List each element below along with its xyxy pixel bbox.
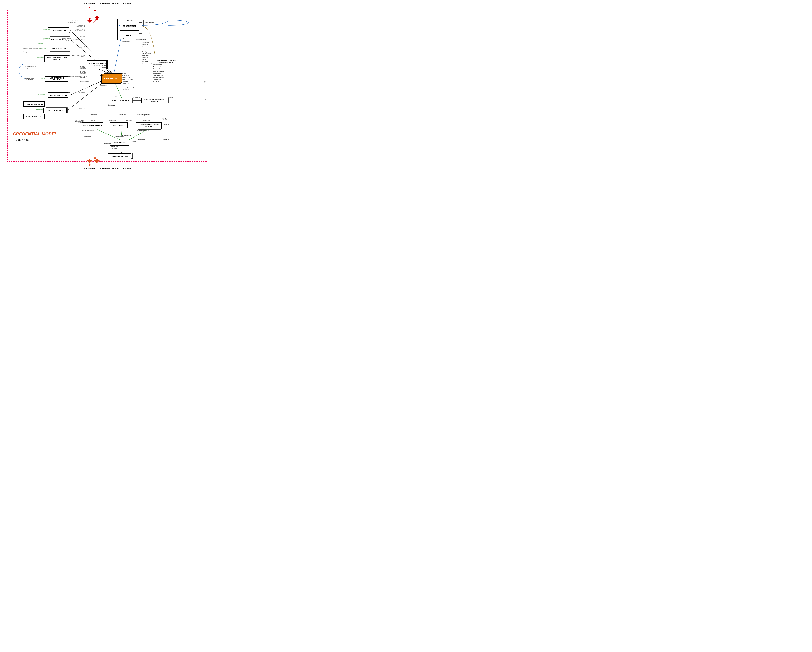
credential-right-labels: requiresrecommendsisRequiredForisRecomme…: [122, 73, 133, 80]
holder-label: << holderprofileOf >>credentialAwarded >…: [70, 36, 85, 40]
learning-opportunity-label: learningOpportunity: [137, 114, 150, 116]
target-credential-label: targetCredential >>: [69, 76, 80, 77]
svg-marker-5: [89, 164, 91, 166]
estimated-cost-label: estimatedCost: [115, 135, 124, 137]
jurisdiction-label-2: jurisdiction: [43, 38, 50, 40]
cost-profile-item-node: COST PROFILE ITEM: [108, 153, 131, 159]
assessment-label: assessment: [90, 114, 98, 116]
task-profile-node: TASK PROFILE: [110, 122, 128, 128]
main-diagram-box: AGENT ORGANIZATION PERSON PROCESS PROFIL…: [7, 10, 208, 162]
accredited-by-labels: accreditedByassessedByapprovedByconferre…: [142, 41, 152, 64]
target-credential-profile-label: targetCredentialprofileOf: [124, 87, 134, 90]
version-label: v. 2016-5-16: [15, 139, 29, 142]
revocation-profile-node: REVOCATION PROFILE: [48, 92, 68, 98]
credential-model-title: CREDENTIAL MODEL: [13, 131, 57, 136]
cost-label-1: cost: [99, 138, 101, 140]
learning-opportunity-profile-node: LEARNING OPPORTUNITY PROFILE: [136, 122, 162, 129]
employee-label: employee >><< worksFor: [122, 41, 130, 44]
employment-outcome-profile-node: EMPLOYMENT OUTCOME PROFILE: [44, 55, 69, 62]
diagram-container: EXTERNAL LINKED RESOURCES EXTERNAL LINKE…: [0, 0, 215, 172]
svg-marker-9: [204, 81, 206, 82]
lo-jurisdiction-label: jurisdiction: [138, 139, 145, 140]
authentication-profile-node: AUTHENTICATION PROFILE: [45, 76, 68, 82]
auth-provider-label-1: authentication >><< provider: [25, 66, 36, 69]
cost-jurisdiction-label: jurisdiction: [104, 143, 111, 145]
cost-profile-node: COST PROFILE: [110, 140, 130, 145]
connections-svg: [8, 10, 207, 162]
haspart-lo-label: hasPartisPartOf: [162, 118, 167, 121]
svg-marker-46: [87, 159, 92, 163]
geocoordinates-node: GEOCOORDINATES: [23, 114, 45, 119]
selection-label: << selection<< development<< validation<…: [70, 25, 85, 31]
qa-labels: accreditsapprovesassessesassuresQualityc…: [81, 66, 89, 82]
agent-outer-box: [118, 19, 142, 40]
provider-label: provider >>: [164, 124, 171, 125]
jurisdiction-label-4: jurisdiction: [37, 56, 44, 58]
svg-marker-44: [87, 18, 92, 23]
jurisdiction-task-label: jurisdiction: [110, 120, 116, 121]
est-duration-lo: estimatedDuration: [137, 130, 149, 131]
credential-jurisdiction-label: jurisdiction: [101, 84, 107, 86]
training-offered-label: <- trainingOffered >>: [143, 21, 157, 23]
target-assessment-label: << targetAssessment: [23, 51, 36, 53]
asserted-by-label: assertedBy: [110, 96, 117, 98]
duration-profile-node: DURATION PROFILE: [43, 108, 67, 113]
earnings-label: << earningsprofileOf >>: [70, 46, 85, 48]
credential-node: CREDENTIAL: [101, 74, 121, 84]
svg-marker-45: [93, 15, 99, 23]
jurisdiction-label-5: jurisdiction: [38, 78, 45, 79]
ext-top-label: EXTERNAL LINKED RESOURCES: [0, 2, 215, 5]
payee-label: payee: [132, 141, 136, 142]
competency-label: competency: [133, 96, 140, 98]
removal-label: << removalprofileOf >>: [70, 92, 85, 95]
agent-label: agentobject: [102, 65, 106, 68]
jurisdiction-label-6: jurisdiction: [38, 86, 45, 88]
condition-jurisdiction-label: jurisdictionresidentOf: [108, 103, 115, 106]
jurisdiction-lo-label: jurisdiction: [125, 120, 132, 121]
assessment-profile-node: ASSESSMENT PROFILE: [82, 122, 103, 129]
assessed-by-label: assessedBycreator: [84, 135, 92, 139]
condition-profile-node: CONDITION PROFILE: [110, 98, 131, 103]
jurisdiction-assess-label: jurisdiction: [88, 120, 95, 121]
object-label: object: [99, 75, 103, 76]
target-task-label: targetTask: [119, 114, 126, 116]
estimated-time-label: << estimatedTimeToEarnprofileOf >>: [70, 106, 85, 109]
potential-action-label: potentialAction: [136, 38, 145, 40]
svg-marker-1: [89, 7, 91, 8]
earnings-profile-node: EARNINGS PROFILE: [48, 46, 69, 51]
subclasses-list: AccreditAction ApproveAction ConferActio…: [153, 64, 180, 83]
auth-provider-top-label: << authenticationprovider >>: [68, 20, 79, 23]
source-label: source: [38, 43, 43, 44]
ext-bottom-label: EXTERNAL LINKED RESOURCES: [0, 167, 215, 170]
jurisdiction-label-8: jurisdiction: [36, 109, 43, 110]
subclasses-box: SUBCLASSES OF QUALITY ASSURANCE ACTION A…: [152, 58, 182, 84]
jurisdiction-label-7: jurisdiction: [38, 93, 45, 95]
related-action-label: relatedAction: [104, 71, 113, 73]
haspart-label: hasPartisPartOf: [124, 81, 128, 84]
jurisdiction-label-1: jurisdiction: [43, 29, 50, 30]
right-arrow-icon: ▶: [205, 98, 206, 101]
svg-marker-3: [94, 10, 96, 12]
process-profile-node: PROCESS PROFILE: [48, 27, 69, 33]
target-url-2-label: targetUrl: [163, 139, 169, 140]
est-duration-assessment: estimatedDuration: [82, 130, 94, 131]
cost-item-label: costItem >><< profileOf: [110, 146, 118, 149]
svg-marker-47: [93, 156, 99, 163]
target-url-label: targetUrl: [168, 96, 174, 98]
target-competency-label: targetCompetencyFramework: [23, 47, 41, 49]
svg-marker-7: [94, 156, 96, 159]
dev-label: << development<< maintenance<< selection…: [70, 120, 84, 125]
jurisdiction-profile-node: JURISDICTION PROFILE: [23, 101, 45, 107]
employment-label: << employmentOutcomeprofileOf >>: [70, 55, 85, 57]
subclasses-title: SUBCLASSES OF QUALITY ASSURANCE ACTION: [153, 59, 180, 63]
cost-label-2: cost: [133, 138, 135, 140]
auth-provider-label-2: authentication >><< provider: [25, 77, 36, 81]
credential-alignment-object-node: CREDENTIAL ALIGNMENT OBJECT: [141, 98, 168, 103]
jurisdiction-lo2-label: jurisdiction: [143, 120, 150, 121]
